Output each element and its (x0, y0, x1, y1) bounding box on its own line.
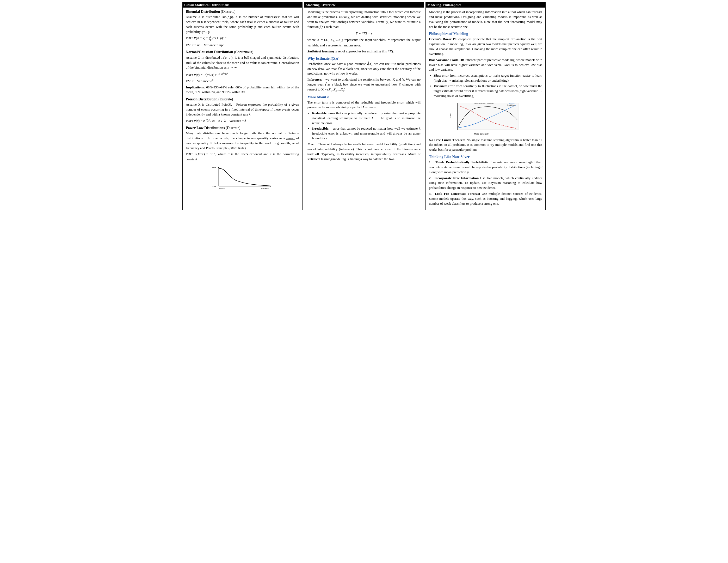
normal-suffix: (Continuous) (234, 50, 253, 54)
thinking-nate-silver-heading: Thinking Like Nate Silver (429, 155, 542, 159)
powerlaw-heading: Power Law Distributions (Discrete) (186, 126, 299, 130)
variance-label: Variance (509, 103, 516, 105)
normal-title: Normal/Gaussian Distribution (186, 50, 233, 54)
main-formula: Y = f(X) + ε (307, 31, 421, 35)
binomial-ev: EV: μ = np Variance = npq (186, 43, 299, 48)
y-axis-label: Error (450, 113, 452, 117)
bias-variance-chart: Total Error Variance Bias² Error Model C… (429, 102, 542, 136)
page-container: Classic Statistical Distributions Binomi… (182, 2, 546, 210)
consensus-forecast: 3. Look For Consensus Forecast Use multi… (429, 191, 542, 206)
powerlaw-title: Power Law Distributions (186, 126, 225, 130)
binomial-title: Binomial Distribution (186, 10, 220, 14)
why-estimate-heading: Why Estimate f(X)? (307, 57, 421, 61)
more-about-heading: More About ε (307, 95, 421, 99)
occams-razor: Occam’s Razor Philosophical principle th… (429, 37, 542, 56)
col3-header: Modeling- Philosophies (426, 2, 545, 8)
column-1: Classic Statistical Distributions Binomi… (182, 2, 303, 210)
philosophies-heading: Philosophies of Modeling (429, 32, 542, 36)
inference-para: Inference: we want to understand the rel… (307, 77, 421, 92)
column-2: Modeling- Overview Modeling is the proce… (304, 2, 424, 210)
col3-intro: Modeling is the process of incorporating… (429, 10, 542, 29)
formula-desc: where X = (X1, X2, ...Xp) represents the… (307, 38, 421, 48)
irreducible-item: Irreducible: error that cannot be reduce… (312, 126, 421, 141)
power-law-chart: HIGH LOW FEWER GREATER (186, 165, 299, 191)
normal-pdf: PDF: P(x) = 1/(σ√2π) e−(x−μ)2/2σ2 (186, 71, 299, 77)
col2-intro: Modeling is the process of incorporating… (307, 10, 421, 29)
powerlaw-suffix: (Discrete) (226, 126, 240, 130)
x-axis-label: Model Complexity (474, 133, 489, 135)
error-intro: The error term ε is composed of the redu… (307, 100, 421, 110)
binomial-suffix: (Discrete) (221, 10, 236, 14)
poisson-title: Poisson Distribution (186, 97, 218, 101)
optimal-label: Optimum Model Complexity (474, 102, 494, 104)
binomial-pdf: PDF: P(X = x) = (nk)px(1−p)n−x (186, 35, 299, 41)
normal-implications: Implications: 68%-95%-99% rule. 68% of p… (186, 85, 299, 95)
bias-item: Bias: error from incorrect assumptions t… (434, 73, 542, 83)
powerlaw-p1: Many data distributions have much longer… (186, 131, 299, 150)
normal-heading: Normal/Gaussian Distribution (Continuous… (186, 50, 299, 54)
chart-low-label: LOW (212, 186, 216, 187)
bias-variance-tradeoff: Bias Variance Trade-Off Inherent part of… (429, 58, 542, 72)
think-prob: 1. Think Probabilistically Probabilistic… (429, 160, 542, 175)
poisson-heading: Poisson Distribution (Discrete) (186, 97, 299, 101)
error-list: Reducible: error that can potentially be… (312, 111, 421, 141)
poisson-suffix: (Discrete) (218, 97, 233, 101)
column-3: Modeling- Philosophies Modeling is the p… (425, 2, 546, 210)
svg-rect-4 (457, 103, 518, 130)
svg-marker-2 (218, 167, 219, 168)
bias-sq-label: Bias² (510, 127, 514, 128)
chart-high-label: HIGH (212, 167, 216, 168)
chart-greater-label: GREATER (261, 188, 269, 189)
poisson-pdf: PDF: P(x) = e−λλx / x! EV: λ Variance = … (186, 118, 299, 123)
normal-ev: EV: μ Variance: σ2 (186, 78, 299, 84)
reducible-item: Reducible: error that can potentially be… (312, 111, 421, 126)
bias-variance-list: Bias: error from incorrect assumptions t… (434, 73, 542, 98)
col2-header: Modeling- Overview (304, 2, 424, 8)
col1-header: Classic Statistical Distributions (183, 2, 302, 8)
no-free-lunch: No Free Lunch Theorem No single machine … (429, 138, 542, 152)
binomial-heading: Binomial Distribution (Discrete) (186, 10, 299, 14)
svg-marker-3 (270, 185, 271, 187)
power-law-svg: HIGH LOW FEWER GREATER (186, 165, 299, 191)
chart-fewer-label: FEWER (219, 188, 225, 189)
bias-variance-svg: Total Error Variance Bias² Error Model C… (435, 102, 536, 136)
powerlaw-pdf: PDF: P(X=x) = cx−α, where α is the law’s… (186, 151, 299, 162)
prediction-para: Prediction: once we have a good estimate… (307, 62, 421, 76)
incorporate-info: 2. Incorporate New Information Use live … (429, 176, 542, 191)
variance-item: Variance: error from sensitivity to fluc… (434, 84, 542, 99)
normal-p1: Assume X in distributed 𝒩(μ, σ2). It is … (186, 55, 299, 70)
stat-learning: Statistical learning is set of approache… (307, 49, 421, 54)
note-tradeoff: Note: There will always be trade-offs be… (307, 142, 421, 161)
poisson-p1: Assume X is distributed Pois(λ). Poisson… (186, 102, 299, 117)
binomial-p1: Assume X is distributed Bin(n,p). X is t… (186, 15, 299, 34)
